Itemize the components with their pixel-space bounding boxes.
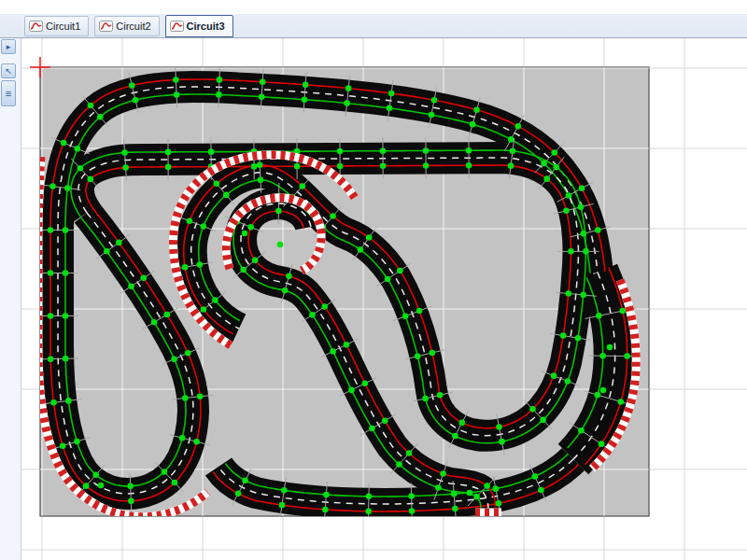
joint-dot bbox=[344, 342, 350, 348]
joint-dot bbox=[240, 267, 247, 273]
joint-dot bbox=[595, 227, 601, 233]
joint-dot bbox=[187, 217, 193, 224]
joint-dot bbox=[286, 273, 292, 280]
joint-dot bbox=[302, 96, 308, 103]
expand-panel-button[interactable]: ▸ bbox=[1, 39, 16, 54]
pointer-tool-button[interactable]: ↖ bbox=[1, 63, 16, 78]
joint-dot bbox=[402, 313, 409, 319]
joint-dot bbox=[216, 91, 222, 98]
joint-dot bbox=[61, 140, 67, 147]
joint-dot bbox=[201, 306, 207, 313]
joint-dot bbox=[514, 123, 521, 130]
tab-circuit3[interactable]: Circuit3 bbox=[165, 15, 233, 37]
joint-dot bbox=[388, 91, 395, 97]
joint-dot bbox=[473, 106, 480, 113]
joint-dot bbox=[543, 175, 550, 182]
joint-dot bbox=[382, 418, 388, 425]
joint-dot bbox=[452, 506, 458, 512]
marker-dot bbox=[607, 344, 613, 351]
joint-dot bbox=[358, 246, 364, 253]
joint-dot bbox=[60, 442, 66, 449]
joint-dot bbox=[452, 433, 458, 440]
joint-dot bbox=[223, 192, 230, 199]
joint-dot bbox=[599, 441, 605, 447]
joint-dot bbox=[200, 223, 206, 230]
joint-dot bbox=[128, 498, 134, 505]
joint-dot bbox=[408, 493, 415, 499]
joint-dot bbox=[583, 248, 589, 255]
joint-dot bbox=[182, 395, 189, 401]
joint-dot bbox=[580, 292, 586, 299]
joint-dot bbox=[565, 378, 571, 385]
joint-dot bbox=[551, 149, 557, 156]
joint-dot bbox=[279, 502, 286, 509]
joint-dot bbox=[380, 162, 387, 169]
joint-dot bbox=[235, 491, 242, 497]
joint-dot bbox=[365, 509, 372, 515]
joint-dot bbox=[466, 162, 472, 169]
joint-dot bbox=[553, 164, 559, 171]
joint-dot bbox=[141, 275, 148, 282]
tab-circuit2[interactable]: Circuit2 bbox=[94, 16, 159, 36]
joint-dot bbox=[174, 91, 180, 98]
marker-dot bbox=[242, 231, 248, 237]
joint-dot bbox=[369, 426, 375, 432]
joint-dot bbox=[437, 392, 444, 399]
marker-dot bbox=[600, 387, 607, 394]
joint-dot bbox=[568, 248, 574, 255]
joint-dot bbox=[508, 136, 514, 143]
joint-dot bbox=[75, 146, 81, 152]
joint-dot bbox=[217, 77, 223, 83]
joint-dot bbox=[321, 303, 328, 310]
joint-dot bbox=[496, 424, 502, 430]
joint-dot bbox=[129, 82, 135, 89]
joint-dot bbox=[208, 148, 215, 155]
joint-dot bbox=[532, 473, 539, 480]
tab-label: Circuit3 bbox=[187, 21, 225, 32]
joint-dot bbox=[440, 470, 446, 477]
joint-dot bbox=[496, 500, 502, 507]
joint-dot bbox=[48, 270, 54, 276]
joint-dot bbox=[529, 406, 536, 413]
joint-dot bbox=[541, 161, 547, 167]
workspace-canvas[interactable] bbox=[0, 0, 747, 560]
document-tab-bar: Circuit1 Circuit2 Circuit3 bbox=[0, 0, 747, 38]
joint-dot bbox=[197, 261, 204, 268]
tab-circuit1[interactable]: Circuit1 bbox=[24, 16, 89, 36]
joint-dot bbox=[197, 393, 204, 399]
joint-dot bbox=[258, 176, 264, 183]
joint-dot bbox=[578, 204, 585, 211]
piece-list-button[interactable]: ≡ bbox=[1, 80, 16, 106]
joint-dot bbox=[484, 483, 490, 489]
joint-dot bbox=[345, 85, 352, 91]
joint-dot bbox=[74, 439, 80, 445]
marker-dot bbox=[98, 483, 105, 489]
joint-dot bbox=[508, 162, 514, 169]
joint-dot bbox=[116, 240, 122, 246]
joint-dot bbox=[121, 149, 128, 156]
marker-dot bbox=[277, 242, 284, 248]
joint-dot bbox=[330, 348, 336, 355]
joint-dot bbox=[618, 399, 625, 405]
joint-dot bbox=[48, 227, 54, 233]
joint-dot bbox=[409, 508, 416, 514]
joint-dot bbox=[599, 353, 606, 359]
joint-dot bbox=[63, 270, 69, 276]
joint-dot bbox=[63, 227, 69, 233]
track-file-icon bbox=[29, 21, 43, 32]
joint-dot bbox=[63, 356, 69, 362]
joint-dot bbox=[330, 213, 336, 219]
joint-dot bbox=[366, 234, 373, 241]
joint-dot bbox=[165, 149, 172, 156]
joint-dot bbox=[128, 283, 134, 289]
joint-dot bbox=[566, 192, 572, 199]
joint-dot bbox=[252, 258, 259, 264]
joint-dot bbox=[337, 148, 344, 155]
joint-dot bbox=[538, 487, 544, 494]
joint-dot bbox=[540, 417, 546, 424]
joint-dot bbox=[575, 335, 582, 342]
joint-dot bbox=[242, 477, 248, 483]
joint-dot bbox=[560, 332, 567, 339]
joint-dot bbox=[366, 494, 373, 500]
joint-dot bbox=[247, 224, 254, 231]
